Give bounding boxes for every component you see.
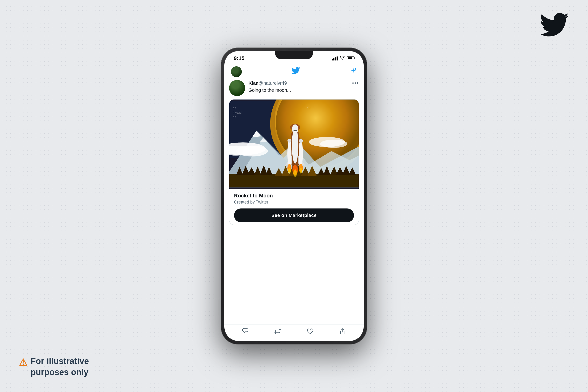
tweet-username: Kian: [248, 80, 258, 86]
nft-image: st rl: hHead de: [229, 100, 359, 189]
warning-label: ⚠ For illustrative purposes only: [19, 356, 89, 378]
warning-icon: ⚠: [19, 356, 27, 368]
nav-twitter-bird-icon[interactable]: [291, 66, 300, 77]
status-time: 9:15: [234, 55, 245, 62]
phone-screen: 9:15: [224, 51, 364, 341]
top-navigation: [224, 64, 364, 80]
svg-point-50: [299, 139, 303, 142]
retweet-button[interactable]: [274, 328, 281, 336]
nav-sparkle-icon[interactable]: [350, 67, 357, 76]
svg-point-47: [287, 140, 291, 167]
svg-text:rl:: rl:: [306, 106, 312, 110]
tweet-identity: Kian@naturelvr49: [248, 80, 287, 86]
phone-notch: [275, 51, 313, 59]
tweet-name-row: Kian@naturelvr49 •••: [248, 80, 359, 86]
tweet-text: Going to the moon...: [248, 86, 359, 94]
tweet-handle: @naturelvr49: [258, 80, 287, 86]
status-icons: [332, 56, 354, 61]
svg-text:st: st: [233, 106, 236, 110]
svg-point-44: [295, 130, 297, 131]
tweet-content: Kian@naturelvr49 ••• Going to the moon..…: [224, 80, 364, 324]
svg-text:de: de: [233, 115, 236, 119]
svg-point-19: [320, 140, 347, 148]
phone-mockup: 9:15: [221, 48, 367, 344]
svg-text:hHead: hHead: [233, 111, 242, 114]
svg-point-56: [299, 168, 302, 174]
signal-icon: [332, 56, 338, 60]
tweet-user-info: Kian@naturelvr49 ••• Going to the moon..…: [248, 80, 359, 94]
nft-creator: Created by Twitter: [234, 200, 354, 205]
nft-card[interactable]: st rl: hHead de: [229, 99, 359, 225]
battery-icon: [347, 56, 354, 60]
warning-line2: purposes only: [30, 367, 89, 378]
reply-button[interactable]: [242, 328, 249, 336]
nav-avatar[interactable]: [231, 66, 242, 77]
tweet-header: Kian@naturelvr49 ••• Going to the moon..…: [229, 80, 359, 96]
twitter-logo-background: [539, 10, 569, 46]
svg-point-17: [236, 146, 268, 156]
wifi-icon: [340, 56, 345, 61]
tweet-more-button[interactable]: •••: [352, 80, 359, 86]
svg-point-42: [292, 124, 298, 134]
tweet-actions: [224, 324, 364, 341]
nft-info: Rocket to Moon Created by Twitter See on…: [229, 189, 359, 225]
like-button[interactable]: [307, 328, 314, 336]
svg-point-55: [293, 170, 297, 177]
svg-point-54: [288, 168, 291, 174]
phone-frame: 9:15: [221, 48, 367, 344]
nft-title: Rocket to Moon: [234, 193, 354, 199]
marketplace-button[interactable]: See on Marketplace: [234, 208, 354, 222]
tweet-user-avatar[interactable]: [229, 80, 245, 96]
warning-line1: For illustrative: [30, 356, 89, 367]
share-button[interactable]: [339, 328, 346, 336]
svg-point-49: [287, 139, 291, 142]
svg-point-48: [299, 140, 303, 167]
